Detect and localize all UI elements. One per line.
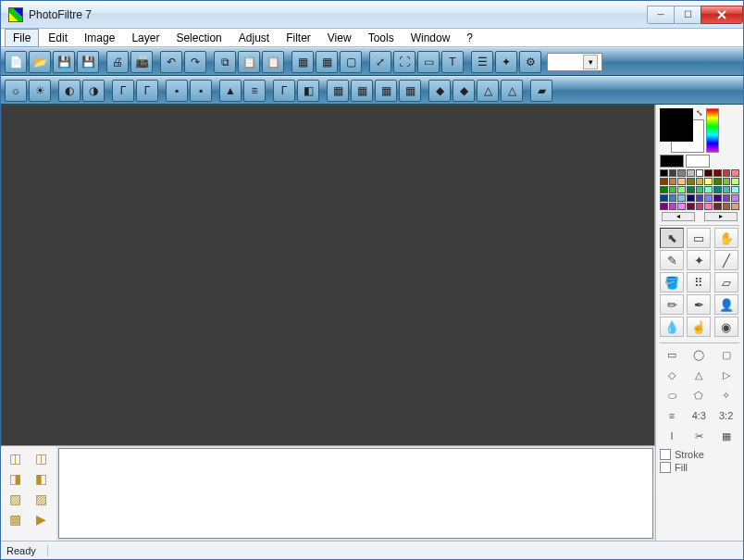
menu-image[interactable]: Image (77, 30, 122, 46)
blur-icon[interactable]: ◆ (428, 80, 451, 102)
gradient-icon[interactable]: ▰ (530, 80, 552, 102)
palette-color[interactable] (696, 194, 704, 202)
print-icon[interactable]: 🖨 (106, 51, 129, 73)
palette-color[interactable] (696, 186, 704, 193)
palette-color[interactable] (677, 169, 686, 177)
menu-tools[interactable]: Tools (361, 30, 402, 46)
palette-color[interactable] (660, 178, 668, 185)
brush-tool[interactable]: ✏ (660, 294, 684, 315)
play-icon[interactable]: ▶ (31, 511, 51, 528)
saturation-plus-icon[interactable]: ▪ (190, 80, 212, 102)
paste-icon[interactable]: 📋 (238, 51, 260, 73)
layer-down-icon[interactable]: ◨ (5, 470, 25, 487)
grid4-icon[interactable]: ▦ (327, 80, 349, 102)
palette-color[interactable] (687, 169, 695, 177)
paste-new-icon[interactable]: 📋 (262, 51, 284, 73)
lasso-shape[interactable]: ⬭ (660, 386, 684, 404)
palette-color[interactable] (713, 169, 722, 177)
blur2-icon[interactable]: ◆ (453, 80, 475, 102)
palette-color[interactable] (669, 203, 677, 210)
copy-icon[interactable]: ⧉ (214, 51, 236, 73)
palette-color[interactable] (677, 178, 686, 185)
palette-color[interactable] (723, 186, 731, 193)
wand-shape[interactable]: ✧ (714, 386, 738, 404)
eyedropper-tool[interactable]: ✎ (660, 250, 684, 270)
palette-color[interactable] (696, 203, 704, 210)
sharpen2-icon[interactable]: △ (501, 80, 523, 102)
color-spectrum-picker[interactable] (706, 108, 719, 153)
text-icon[interactable]: T (441, 51, 464, 73)
palette-color[interactable] (660, 194, 668, 202)
ratio43-shape[interactable]: 4:3 (687, 406, 711, 425)
brightness-plus-icon[interactable]: ☀ (29, 80, 51, 102)
menu-window[interactable]: Window (403, 30, 458, 46)
ellipse-shape[interactable]: ◯ (687, 345, 711, 364)
palette-color[interactable] (704, 178, 713, 185)
fill-tool[interactable]: 🪣 (660, 272, 684, 292)
canvas-workspace[interactable] (1, 105, 655, 446)
roundrect-shape[interactable]: ▢ (714, 345, 738, 364)
gamma-minus-icon[interactable]: Γ (112, 80, 134, 102)
fit-icon[interactable]: ⛶ (393, 51, 415, 73)
palette-color[interactable] (713, 178, 722, 185)
gamma-plus-icon[interactable]: Γ (136, 80, 158, 102)
palette-color[interactable] (713, 203, 722, 210)
new-icon[interactable]: 📄 (5, 51, 27, 73)
stamp-tool[interactable]: 👤 (714, 294, 738, 315)
palette-color[interactable] (677, 186, 686, 193)
palette-color[interactable] (731, 203, 739, 210)
palette-color[interactable] (687, 194, 695, 202)
rtriangle-shape[interactable]: ▷ (714, 366, 738, 384)
diamond-shape[interactable]: ◇ (660, 366, 684, 384)
palette-color[interactable] (669, 178, 677, 185)
transparent-icon[interactable]: ▢ (340, 51, 362, 73)
gamma-auto-icon[interactable]: Γ (273, 80, 295, 102)
layers-icon[interactable]: ☰ (471, 51, 493, 73)
menu-view[interactable]: View (320, 30, 359, 46)
foreground-color-swatch[interactable] (660, 108, 693, 142)
smudge-tool[interactable]: ☝ (687, 317, 711, 337)
triangle-shape[interactable]: △ (687, 366, 711, 384)
menu-edit[interactable]: Edit (41, 30, 75, 46)
palette-color[interactable] (677, 194, 686, 202)
palette-color[interactable] (723, 169, 731, 177)
pointer-tool[interactable]: ⬉ (660, 228, 684, 248)
selection-icon[interactable]: ▭ (417, 51, 440, 73)
palette-color[interactable] (704, 169, 713, 177)
poly-shape[interactable]: ⬠ (687, 386, 711, 404)
scan-icon[interactable]: 📠 (130, 51, 153, 73)
save-as-icon[interactable]: 💾 (77, 51, 99, 73)
palette-color[interactable] (704, 203, 713, 210)
menu-filter[interactable]: Filter (279, 30, 318, 46)
palette-color[interactable] (677, 203, 686, 210)
palette-next-button[interactable]: ▸ (704, 212, 738, 221)
resize-icon[interactable]: ⤢ (369, 51, 391, 73)
line-tool[interactable]: ╱ (714, 250, 738, 270)
menu-selection[interactable]: Selection (168, 30, 229, 46)
ratio1-shape[interactable]: ≡ (660, 406, 684, 425)
save-icon[interactable]: 💾 (53, 51, 75, 73)
palette-color[interactable] (696, 178, 704, 185)
menu-file[interactable]: File (5, 29, 39, 47)
minimize-button[interactable]: ─ (647, 6, 675, 24)
palette-color[interactable] (660, 186, 668, 193)
quick-black-swatch[interactable] (660, 155, 684, 168)
auto-icon[interactable]: ✦ (495, 51, 517, 73)
layer-new-icon[interactable]: ◫ (5, 450, 25, 467)
palette-color[interactable] (731, 178, 739, 185)
eraser-tool[interactable]: ▱ (714, 272, 738, 292)
maximize-button[interactable]: ☐ (674, 6, 701, 24)
crop-shape[interactable]: ✂ (687, 427, 711, 445)
layer-del-icon[interactable]: ▨ (31, 491, 51, 507)
fill-checkbox[interactable]: Fill (660, 462, 739, 473)
palette-color[interactable] (731, 194, 739, 202)
brightness-minus-icon[interactable]: ☼ (5, 80, 27, 102)
pipette-tool[interactable]: ▭ (687, 228, 711, 248)
stroke-checkbox[interactable]: Stroke (660, 449, 739, 460)
softgrid-icon[interactable]: ▦ (399, 80, 421, 102)
fg-bg-color-selector[interactable]: ⤡ (660, 108, 704, 153)
palette-color[interactable] (687, 178, 695, 185)
settings-icon[interactable]: ⚙ (519, 51, 541, 73)
grid4b-icon[interactable]: ▦ (375, 80, 397, 102)
quick-white-swatch[interactable] (686, 155, 710, 168)
